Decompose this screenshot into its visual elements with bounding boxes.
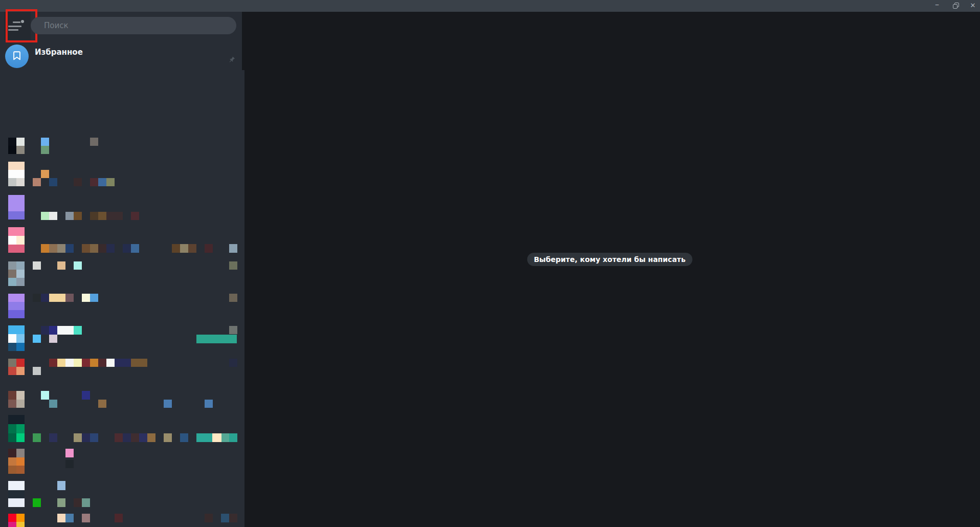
chat-mosaic-block: [8, 522, 16, 527]
chat-mosaic-block: [131, 359, 147, 367]
chat-mosaic-block: [221, 433, 229, 442]
chat-mosaic-block: [16, 449, 25, 457]
chat-mosaic-block: [205, 244, 213, 253]
main-area: Выберите, кому хотели бы написать: [244, 12, 980, 527]
chat-mosaic-block: [16, 522, 25, 527]
chat-mosaic-block: [8, 498, 25, 507]
chat-mosaic-block: [57, 481, 65, 490]
chat-mosaic-block: [131, 433, 139, 442]
chat-mosaic-block: [82, 514, 90, 522]
chat-mosaic-block: [196, 433, 212, 442]
chat-mosaic-block: [65, 212, 74, 220]
chat-mosaic-block: [229, 244, 237, 253]
chat-mosaic-block: [49, 326, 57, 335]
chat-mosaic-block: [16, 457, 25, 466]
chat-mosaic-block: [229, 261, 237, 270]
bookmark-icon: [11, 50, 23, 61]
chat-mosaic-block: [115, 433, 123, 442]
chat-mosaic-block: [57, 514, 65, 522]
title-bar: – ✕: [0, 0, 980, 12]
chat-mosaic-block: [41, 212, 49, 220]
chat-mosaic-block: [65, 514, 74, 522]
chat-mosaic-block: [8, 325, 25, 334]
unread-dot-icon: [21, 20, 24, 23]
chat-mosaic-block: [49, 294, 65, 302]
close-button[interactable]: ✕: [965, 0, 980, 12]
app-window: – ✕ Избранное: [0, 0, 980, 527]
chat-mosaic-block: [16, 466, 25, 474]
chat-mosaic-block: [33, 367, 41, 375]
chat-mosaic-block: [90, 433, 98, 442]
chat-mosaic-block: [74, 498, 82, 507]
main-menu-button[interactable]: [4, 12, 31, 40]
chat-mosaic-block: [41, 326, 49, 335]
chat-mosaic-block: [229, 359, 237, 367]
chat-mosaic-block: [196, 335, 237, 343]
chat-mosaic-block: [8, 245, 25, 253]
chat-mosaic-block: [74, 178, 82, 186]
chat-mosaic-block: [8, 514, 16, 522]
chat-list[interactable]: [0, 70, 244, 527]
chat-mosaic-block: [8, 449, 16, 457]
chat-mosaic-block: [33, 433, 41, 442]
chat-mosaic-block: [8, 400, 16, 408]
chat-mosaic-block: [65, 460, 74, 468]
chat-mosaic-block: [8, 302, 25, 310]
chat-mosaic-block: [16, 424, 25, 433]
chat-mosaic-block: [90, 212, 98, 220]
chat-mosaic-block: [205, 514, 213, 522]
chat-mosaic-block: [123, 244, 131, 253]
chat-mosaic-block: [41, 244, 49, 253]
chat-mosaic-block: [16, 178, 25, 186]
chat-mosaic-block: [41, 294, 49, 302]
chat-mosaic-block: [33, 498, 41, 507]
chat-mosaic-block: [8, 236, 16, 245]
chat-mosaic-block: [65, 449, 74, 457]
chat-mosaic-block: [16, 146, 25, 154]
chat-mosaic-block: [115, 514, 123, 522]
chat-mosaic-block: [180, 433, 188, 442]
chat-mosaic-block: [8, 457, 16, 466]
chat-mosaic-block: [115, 359, 131, 367]
minimize-button[interactable]: –: [929, 0, 945, 12]
saved-messages-avatar: [5, 45, 29, 68]
chat-mosaic-block: [8, 261, 16, 270]
search-input[interactable]: [31, 17, 236, 34]
chat-mosaic-block: [8, 227, 25, 236]
hamburger-icon: [8, 26, 21, 27]
chat-mosaic-block: [82, 359, 90, 367]
chat-mosaic-block: [229, 326, 237, 334]
chat-mosaic-block: [41, 138, 49, 146]
chat-mosaic-block: [8, 178, 16, 186]
chat-mosaic-block: [49, 400, 57, 408]
chat-mosaic-block: [139, 433, 147, 442]
chat-mosaic-block: [57, 326, 74, 335]
chat-mosaic-block: [229, 433, 237, 442]
chat-mosaic-block: [90, 178, 98, 186]
chat-mosaic-block: [90, 294, 98, 302]
chat-mosaic-block: [57, 261, 65, 270]
maximize-restore-button[interactable]: [947, 0, 963, 12]
chat-mosaic-block: [8, 424, 16, 433]
chat-mosaic-block: [164, 433, 172, 442]
chat-mosaic-block: [33, 294, 41, 302]
chat-title: Избранное: [35, 48, 83, 57]
chat-mosaic-block: [82, 244, 90, 253]
chat-mosaic-block: [74, 326, 82, 335]
chat-mosaic-block: [8, 359, 16, 367]
chat-mosaic-block: [41, 391, 49, 400]
chat-mosaic-block: [16, 138, 25, 146]
chat-mosaic-block: [33, 335, 41, 343]
chat-mosaic-block: [49, 359, 57, 367]
chat-mosaic-block: [16, 359, 25, 367]
chat-mosaic-block: [90, 359, 98, 367]
sidebar: Избранное: [0, 12, 244, 527]
chat-mosaic-block: [229, 294, 237, 302]
chat-item-saved-messages[interactable]: Избранное: [0, 37, 242, 70]
chat-mosaic-block: [188, 244, 196, 253]
chat-mosaic-block: [8, 481, 25, 490]
chat-mosaic-block: [106, 244, 115, 253]
chat-mosaic-block: [49, 212, 57, 220]
chat-mosaic-block: [74, 359, 82, 367]
chat-mosaic-block: [98, 400, 106, 408]
